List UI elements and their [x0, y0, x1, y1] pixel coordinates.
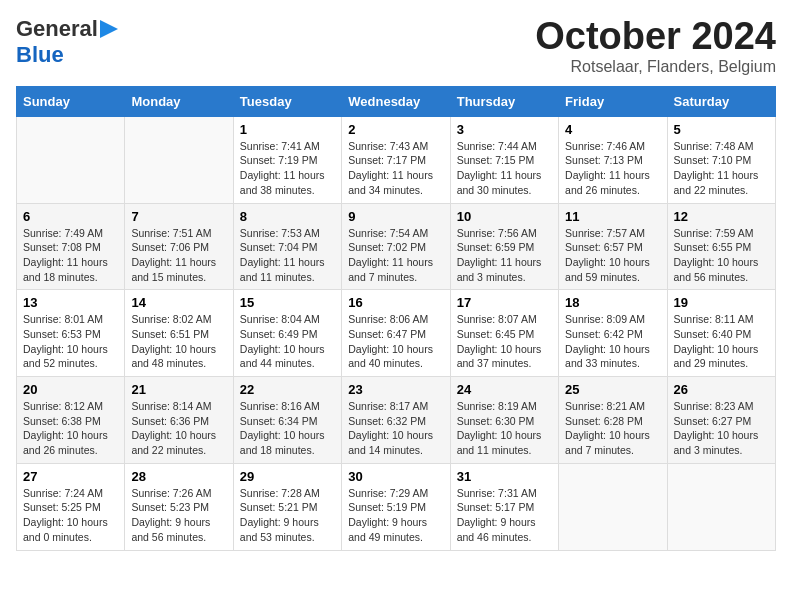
calendar-cell: 2Sunrise: 7:43 AMSunset: 7:17 PMDaylight…: [342, 116, 450, 203]
day-info: Sunrise: 7:43 AMSunset: 7:17 PMDaylight:…: [348, 139, 443, 198]
day-number: 10: [457, 209, 552, 224]
day-info: Sunrise: 7:54 AMSunset: 7:02 PMDaylight:…: [348, 226, 443, 285]
calendar-table: SundayMondayTuesdayWednesdayThursdayFrid…: [16, 86, 776, 551]
day-number: 12: [674, 209, 769, 224]
calendar-week-row: 1Sunrise: 7:41 AMSunset: 7:19 PMDaylight…: [17, 116, 776, 203]
day-number: 15: [240, 295, 335, 310]
calendar-cell: 1Sunrise: 7:41 AMSunset: 7:19 PMDaylight…: [233, 116, 341, 203]
calendar-cell: [667, 463, 775, 550]
calendar-cell: 20Sunrise: 8:12 AMSunset: 6:38 PMDayligh…: [17, 377, 125, 464]
day-info: Sunrise: 8:01 AMSunset: 6:53 PMDaylight:…: [23, 312, 118, 371]
day-info: Sunrise: 7:26 AMSunset: 5:23 PMDaylight:…: [131, 486, 226, 545]
day-number: 24: [457, 382, 552, 397]
day-number: 31: [457, 469, 552, 484]
calendar-cell: 9Sunrise: 7:54 AMSunset: 7:02 PMDaylight…: [342, 203, 450, 290]
calendar-cell: 23Sunrise: 8:17 AMSunset: 6:32 PMDayligh…: [342, 377, 450, 464]
day-number: 18: [565, 295, 660, 310]
day-info: Sunrise: 8:04 AMSunset: 6:49 PMDaylight:…: [240, 312, 335, 371]
calendar-cell: 17Sunrise: 8:07 AMSunset: 6:45 PMDayligh…: [450, 290, 558, 377]
day-number: 13: [23, 295, 118, 310]
day-info: Sunrise: 8:02 AMSunset: 6:51 PMDaylight:…: [131, 312, 226, 371]
calendar-cell: 29Sunrise: 7:28 AMSunset: 5:21 PMDayligh…: [233, 463, 341, 550]
calendar-cell: 22Sunrise: 8:16 AMSunset: 6:34 PMDayligh…: [233, 377, 341, 464]
calendar-cell: 14Sunrise: 8:02 AMSunset: 6:51 PMDayligh…: [125, 290, 233, 377]
calendar-cell: 12Sunrise: 7:59 AMSunset: 6:55 PMDayligh…: [667, 203, 775, 290]
day-number: 2: [348, 122, 443, 137]
weekday-header: Saturday: [667, 86, 775, 116]
location: Rotselaar, Flanders, Belgium: [535, 58, 776, 76]
day-number: 11: [565, 209, 660, 224]
logo-arrow-icon: [100, 18, 120, 40]
day-number: 14: [131, 295, 226, 310]
day-number: 21: [131, 382, 226, 397]
day-number: 4: [565, 122, 660, 137]
month-title: October 2024: [535, 16, 776, 58]
day-number: 30: [348, 469, 443, 484]
calendar-cell: 31Sunrise: 7:31 AMSunset: 5:17 PMDayligh…: [450, 463, 558, 550]
logo: General Blue: [16, 16, 120, 68]
day-info: Sunrise: 7:41 AMSunset: 7:19 PMDaylight:…: [240, 139, 335, 198]
day-number: 23: [348, 382, 443, 397]
day-info: Sunrise: 8:19 AMSunset: 6:30 PMDaylight:…: [457, 399, 552, 458]
day-number: 5: [674, 122, 769, 137]
day-number: 29: [240, 469, 335, 484]
day-number: 7: [131, 209, 226, 224]
day-number: 22: [240, 382, 335, 397]
day-info: Sunrise: 8:12 AMSunset: 6:38 PMDaylight:…: [23, 399, 118, 458]
page-header: General Blue October 2024 Rotselaar, Fla…: [16, 16, 776, 76]
calendar-cell: 4Sunrise: 7:46 AMSunset: 7:13 PMDaylight…: [559, 116, 667, 203]
calendar-cell: 18Sunrise: 8:09 AMSunset: 6:42 PMDayligh…: [559, 290, 667, 377]
logo-blue-text: Blue: [16, 42, 64, 67]
title-block: October 2024 Rotselaar, Flanders, Belgiu…: [535, 16, 776, 76]
day-info: Sunrise: 8:17 AMSunset: 6:32 PMDaylight:…: [348, 399, 443, 458]
calendar-cell: 15Sunrise: 8:04 AMSunset: 6:49 PMDayligh…: [233, 290, 341, 377]
calendar-week-row: 27Sunrise: 7:24 AMSunset: 5:25 PMDayligh…: [17, 463, 776, 550]
day-info: Sunrise: 8:16 AMSunset: 6:34 PMDaylight:…: [240, 399, 335, 458]
calendar-cell: 10Sunrise: 7:56 AMSunset: 6:59 PMDayligh…: [450, 203, 558, 290]
day-info: Sunrise: 7:29 AMSunset: 5:19 PMDaylight:…: [348, 486, 443, 545]
calendar-cell: 30Sunrise: 7:29 AMSunset: 5:19 PMDayligh…: [342, 463, 450, 550]
calendar-cell: [125, 116, 233, 203]
day-info: Sunrise: 7:28 AMSunset: 5:21 PMDaylight:…: [240, 486, 335, 545]
day-number: 25: [565, 382, 660, 397]
weekday-header: Thursday: [450, 86, 558, 116]
calendar-cell: [17, 116, 125, 203]
weekday-header: Tuesday: [233, 86, 341, 116]
day-info: Sunrise: 8:11 AMSunset: 6:40 PMDaylight:…: [674, 312, 769, 371]
calendar-cell: 3Sunrise: 7:44 AMSunset: 7:15 PMDaylight…: [450, 116, 558, 203]
day-info: Sunrise: 7:56 AMSunset: 6:59 PMDaylight:…: [457, 226, 552, 285]
calendar-cell: 24Sunrise: 8:19 AMSunset: 6:30 PMDayligh…: [450, 377, 558, 464]
day-number: 16: [348, 295, 443, 310]
logo-general-text: General: [16, 16, 98, 42]
day-number: 20: [23, 382, 118, 397]
calendar-cell: 19Sunrise: 8:11 AMSunset: 6:40 PMDayligh…: [667, 290, 775, 377]
day-info: Sunrise: 7:59 AMSunset: 6:55 PMDaylight:…: [674, 226, 769, 285]
calendar-cell: 8Sunrise: 7:53 AMSunset: 7:04 PMDaylight…: [233, 203, 341, 290]
day-info: Sunrise: 7:44 AMSunset: 7:15 PMDaylight:…: [457, 139, 552, 198]
day-number: 19: [674, 295, 769, 310]
calendar-cell: 25Sunrise: 8:21 AMSunset: 6:28 PMDayligh…: [559, 377, 667, 464]
day-number: 9: [348, 209, 443, 224]
day-info: Sunrise: 7:24 AMSunset: 5:25 PMDaylight:…: [23, 486, 118, 545]
calendar-cell: 6Sunrise: 7:49 AMSunset: 7:08 PMDaylight…: [17, 203, 125, 290]
day-info: Sunrise: 7:57 AMSunset: 6:57 PMDaylight:…: [565, 226, 660, 285]
calendar-week-row: 20Sunrise: 8:12 AMSunset: 6:38 PMDayligh…: [17, 377, 776, 464]
day-number: 8: [240, 209, 335, 224]
day-number: 26: [674, 382, 769, 397]
calendar-cell: 28Sunrise: 7:26 AMSunset: 5:23 PMDayligh…: [125, 463, 233, 550]
calendar-cell: 11Sunrise: 7:57 AMSunset: 6:57 PMDayligh…: [559, 203, 667, 290]
day-number: 27: [23, 469, 118, 484]
day-info: Sunrise: 7:46 AMSunset: 7:13 PMDaylight:…: [565, 139, 660, 198]
day-number: 6: [23, 209, 118, 224]
calendar-week-row: 13Sunrise: 8:01 AMSunset: 6:53 PMDayligh…: [17, 290, 776, 377]
day-info: Sunrise: 7:48 AMSunset: 7:10 PMDaylight:…: [674, 139, 769, 198]
svg-marker-0: [100, 20, 118, 38]
calendar-header-row: SundayMondayTuesdayWednesdayThursdayFrid…: [17, 86, 776, 116]
day-info: Sunrise: 8:14 AMSunset: 6:36 PMDaylight:…: [131, 399, 226, 458]
day-number: 1: [240, 122, 335, 137]
calendar-cell: 27Sunrise: 7:24 AMSunset: 5:25 PMDayligh…: [17, 463, 125, 550]
day-number: 3: [457, 122, 552, 137]
calendar-cell: 5Sunrise: 7:48 AMSunset: 7:10 PMDaylight…: [667, 116, 775, 203]
calendar-cell: 16Sunrise: 8:06 AMSunset: 6:47 PMDayligh…: [342, 290, 450, 377]
day-number: 28: [131, 469, 226, 484]
